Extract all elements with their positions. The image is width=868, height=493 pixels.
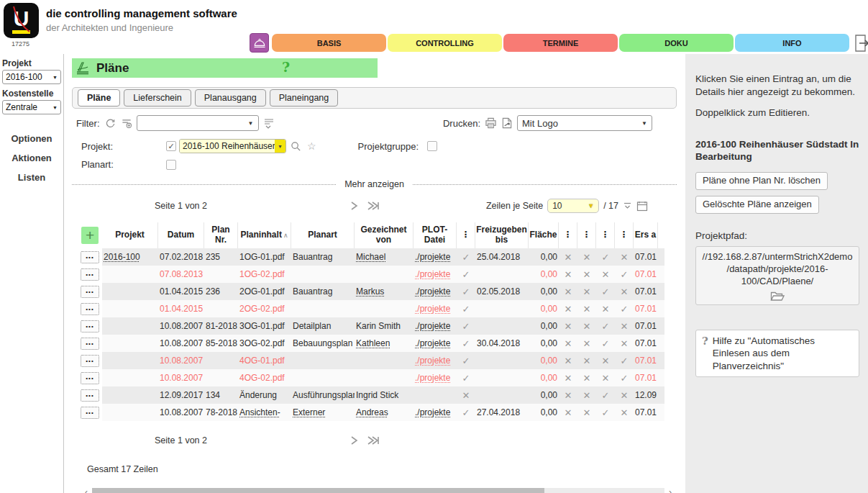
cell-projekt[interactable]: 2016-100 — [102, 252, 158, 262]
next-page-icon[interactable] — [347, 434, 360, 447]
cell-plot[interactable]: ./projekte — [414, 269, 457, 279]
home-cloche-icon[interactable] — [250, 33, 269, 53]
column-header-planinhalt[interactable]: Planinhalt∧ — [238, 222, 291, 248]
plan-row[interactable]: 10.08.20074OG-02.pdf./projekte✓0,00✕✕✕✓0… — [102, 369, 664, 386]
sidebar-item-listen[interactable]: Listen — [18, 172, 45, 183]
pdf-export-icon[interactable] — [501, 117, 513, 129]
column-header-menu-12[interactable]: ⋮ — [596, 222, 615, 248]
cell-planart[interactable]: Externer — [291, 407, 355, 417]
projektgruppe-checkbox[interactable] — [427, 141, 437, 151]
column-header-freizugeben-bis[interactable]: Freizugeben bis — [475, 222, 529, 248]
column-header-plan-nr-[interactable]: Plan Nr. — [204, 222, 238, 248]
plan-row[interactable]: 07.08.20131OG-02.pdf./projekte✓0,00✕✕✕✓0… — [102, 266, 664, 283]
filter-select[interactable]: ▼ — [137, 115, 259, 131]
show-deleted-plans-button[interactable]: Gelöschte Pläne anzeigen — [695, 196, 819, 214]
row-menu-button[interactable]: ••• — [81, 268, 99, 281]
column-header-gezeichnet-von[interactable]: Gezeichnet von — [355, 222, 414, 248]
add-plan-button[interactable]: + — [81, 227, 99, 244]
plan-row[interactable]: 10.08.200781-20183OG-01.pdfDetailplanKar… — [102, 317, 664, 335]
calendar-icon[interactable] — [636, 201, 648, 212]
last-page-icon[interactable] — [365, 199, 380, 212]
add-filter-icon[interactable] — [121, 118, 132, 129]
scrollbar-thumb[interactable] — [92, 488, 544, 493]
search-icon[interactable] — [291, 141, 301, 152]
cell-plot[interactable]: ./projekte — [414, 321, 457, 331]
help-icon[interactable]: ? — [282, 59, 290, 75]
cell-gezeichnet[interactable]: Michael — [355, 252, 414, 262]
plan-row[interactable]: 01.04.20152OG-02.pdf./projekte✓0,00✕✕✕✓0… — [102, 300, 664, 317]
mehr-anzeigen-link[interactable]: Mehr anzeigen — [344, 179, 404, 189]
projekt-filter-select[interactable]: 2016-100 Reihenhäuser S ▼ — [179, 139, 286, 153]
cell-plot[interactable]: ./projekte — [414, 252, 457, 262]
nav-tab-basis[interactable]: BASIS — [272, 34, 386, 52]
row-menu-button[interactable]: ••• — [81, 372, 99, 384]
column-config-icon[interactable] — [263, 117, 275, 129]
plan-row[interactable]: 10.08.200785-20183OG-02.pdfBebauungsplan… — [102, 335, 664, 352]
kostenstelle-select[interactable]: Zentrale ▼ — [2, 100, 61, 114]
cell-planinhalt[interactable]: Ansichten- — [238, 407, 291, 417]
plan-row[interactable]: 01.04.20152362OG-01.pdfBauantragMarkus./… — [102, 283, 664, 300]
cell-gezeichnet[interactable]: Andreas — [355, 407, 414, 417]
open-folder-icon[interactable] — [699, 291, 856, 302]
collapse-icon[interactable] — [623, 202, 632, 210]
planart-checkbox[interactable] — [166, 160, 176, 170]
plan-row[interactable]: 12.09.2017134ÄnderungAusführungsplanIngr… — [102, 386, 664, 404]
scrollbar-track[interactable] — [92, 488, 664, 493]
cell-plot[interactable]: ./projekte — [414, 373, 457, 383]
scroll-left-icon[interactable]: ‹ — [81, 487, 92, 493]
plan-row[interactable]: 10.08.20074OG-01.pdf./projekte✓0,00✕✕✕✓0… — [102, 352, 664, 369]
favorite-star-icon[interactable]: ☆ — [307, 140, 316, 152]
nav-tab-termine[interactable]: TERMINE — [503, 34, 618, 52]
projekt-checkbox[interactable]: ✓ — [166, 141, 176, 151]
logout-icon[interactable] — [853, 34, 868, 53]
cell-plot[interactable]: ./projekte — [414, 356, 457, 366]
logo-select[interactable]: Mit Logo ▼ — [517, 115, 652, 131]
column-header-planart[interactable]: Planart — [291, 222, 355, 248]
cell-plot[interactable]: ./projekte — [414, 304, 457, 314]
row-menu-button[interactable]: ••• — [81, 389, 99, 402]
row-menu-button[interactable]: ••• — [81, 355, 99, 367]
row-menu-button[interactable]: ••• — [81, 407, 99, 419]
horizontal-scrollbar[interactable]: ‹ › — [81, 487, 676, 493]
rows-per-page-select[interactable]: 10 ▼ — [547, 199, 599, 213]
tab-pläne[interactable]: Pläne — [78, 89, 120, 107]
last-page-icon[interactable] — [365, 434, 380, 447]
column-header-menu-7[interactable]: ⋮ — [457, 222, 475, 248]
row-menu-button[interactable]: ••• — [81, 251, 99, 263]
column-header-ers-a[interactable]: Ers a — [634, 222, 658, 248]
nav-tab-doku[interactable]: DOKU — [619, 34, 734, 52]
column-header-datum[interactable]: Datum — [158, 222, 204, 248]
sidebar-item-optionen[interactable]: Optionen — [11, 133, 52, 144]
tab-planeingang[interactable]: Planeingang — [270, 89, 339, 107]
cell-plot[interactable]: ./projekte — [414, 407, 457, 417]
auto-import-help-link[interactable]: ? Hilfe zu "Automatisches Einlesen aus d… — [695, 330, 859, 378]
plan-row[interactable]: 2016-10007.02.20182351OG-01.pdfBauantrag… — [102, 248, 664, 266]
sidebar-item-aktionen[interactable]: Aktionen — [12, 153, 52, 163]
column-header-menu-10[interactable]: ⋮ — [559, 222, 577, 248]
cell-gezeichnet[interactable]: Kathleen — [355, 338, 414, 348]
cell-m1: ✕ — [577, 321, 596, 332]
column-header-projekt[interactable]: Projekt — [102, 222, 158, 248]
print-icon[interactable] — [485, 117, 497, 129]
cell-gezeichnet[interactable]: Markus — [355, 286, 414, 297]
row-menu-button[interactable]: ••• — [81, 320, 99, 333]
projekt-select[interactable]: 2016-100 ▼ — [2, 70, 61, 84]
column-header-fläche[interactable]: Fläche — [529, 222, 559, 248]
delete-plans-without-nr-button[interactable]: Pläne ohne Plan Nr. löschen — [695, 172, 828, 190]
row-menu-button[interactable]: ••• — [81, 338, 99, 350]
plan-row[interactable]: 10.08.200778-2018Ansichten-ExternerAndre… — [102, 404, 664, 421]
nav-tab-info[interactable]: INFO — [735, 34, 849, 52]
row-menu-button[interactable]: ••• — [81, 303, 99, 315]
scroll-right-icon[interactable]: › — [664, 487, 676, 493]
nav-tab-controlling[interactable]: CONTROLLING — [388, 34, 502, 52]
row-menu-button[interactable]: ••• — [81, 286, 99, 298]
tab-lieferschein[interactable]: Lieferschein — [124, 89, 191, 107]
column-header-plot-datei[interactable]: PLOT-Datei — [414, 222, 457, 248]
cell-plot[interactable]: ./projekte — [414, 338, 457, 348]
column-header-menu-11[interactable]: ⋮ — [577, 222, 596, 248]
cell-plot[interactable]: ./projekte — [414, 286, 457, 297]
refresh-icon[interactable] — [105, 118, 116, 129]
tab-planausgang[interactable]: Planausgang — [195, 89, 266, 107]
column-header-menu-13[interactable]: ⋮ — [615, 222, 634, 248]
next-page-icon[interactable] — [347, 199, 360, 212]
